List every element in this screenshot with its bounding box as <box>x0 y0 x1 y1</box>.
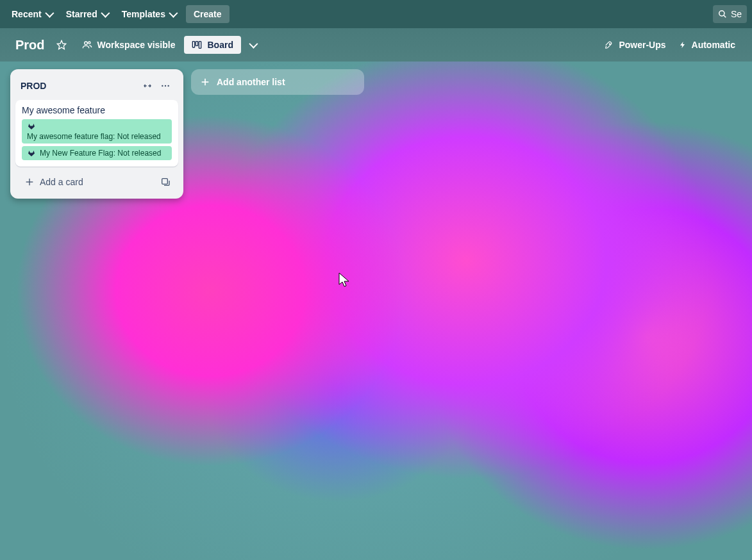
add-card-label: Add a card <box>40 177 83 187</box>
powerups-button[interactable]: Power-Ups <box>598 36 672 54</box>
search-box[interactable]: Se <box>713 5 747 23</box>
automation-button[interactable]: Automatic <box>673 36 742 54</box>
card-badges: My awesome feature flag: Not released My… <box>22 119 172 160</box>
svg-point-3 <box>84 42 87 45</box>
powerups-label: Power-Ups <box>619 40 665 50</box>
view-label: Board <box>207 40 233 50</box>
card-template-button[interactable] <box>156 173 174 191</box>
nav-recent-label: Recent <box>12 9 42 19</box>
view-switch-button[interactable]: Board <box>184 36 240 54</box>
star-icon <box>56 40 67 50</box>
chevron-down-icon <box>249 40 258 49</box>
board-bar: Prod Workspace visible Board Power-Ups A… <box>0 28 752 62</box>
nav-templates[interactable]: Templates <box>115 5 182 23</box>
svg-rect-14 <box>162 179 168 185</box>
svg-rect-6 <box>196 42 198 46</box>
star-button[interactable] <box>51 35 72 55</box>
people-icon <box>82 40 92 50</box>
add-card-button[interactable]: Add a card <box>19 173 153 191</box>
svg-marker-2 <box>57 40 65 49</box>
visibility-button[interactable]: Workspace visible <box>76 36 182 54</box>
list-menu-button[interactable] <box>156 77 174 95</box>
svg-point-4 <box>88 42 90 44</box>
nav-recent[interactable]: Recent <box>5 5 58 23</box>
svg-point-9 <box>162 85 163 86</box>
svg-point-10 <box>165 85 166 86</box>
lists-container: PROD My awesome feature <box>0 62 752 206</box>
card[interactable]: My awesome feature My awesome feature fl… <box>15 100 178 167</box>
chevron-down-icon <box>169 9 178 18</box>
automation-label: Automatic <box>692 40 735 50</box>
nav-starred-label: Starred <box>66 9 97 19</box>
nav-templates-label: Templates <box>122 9 165 19</box>
list-header: PROD <box>15 76 178 100</box>
svg-rect-5 <box>193 42 195 47</box>
svg-rect-7 <box>199 42 201 49</box>
svg-line-1 <box>724 15 726 17</box>
card-title: My awesome feature <box>22 105 172 115</box>
plus-icon <box>24 177 35 187</box>
add-list-label: Add another list <box>217 77 285 87</box>
board-title[interactable]: Prod <box>15 38 45 53</box>
board-canvas[interactable]: PROD My awesome feature <box>0 62 752 560</box>
template-icon <box>160 177 171 187</box>
gitlab-icon <box>27 122 36 131</box>
badge-text: My New Feature Flag: Not released <box>40 149 161 158</box>
top-nav-left: Recent Starred Templates Create <box>5 5 230 23</box>
add-list-button[interactable]: Add another list <box>191 69 364 95</box>
search-placeholder: Se <box>731 9 742 19</box>
badge-text: My awesome feature flag: Not released <box>27 132 161 141</box>
collapse-icon <box>142 81 153 91</box>
feature-flag-badge: My New Feature Flag: Not released <box>22 146 172 160</box>
top-nav: Recent Starred Templates Create Se <box>0 0 752 28</box>
chevron-down-icon <box>101 9 110 18</box>
gitlab-icon <box>27 149 36 158</box>
list-footer: Add a card <box>15 167 178 194</box>
svg-point-8 <box>610 44 610 44</box>
bolt-icon <box>679 40 687 50</box>
feature-flag-badge: My awesome feature flag: Not released <box>22 119 172 144</box>
nav-starred[interactable]: Starred <box>60 5 114 23</box>
list-title[interactable]: PROD <box>21 81 138 91</box>
list: PROD My awesome feature <box>10 69 183 199</box>
rocket-icon <box>605 40 614 49</box>
create-label: Create <box>194 9 222 19</box>
chevron-down-icon <box>45 9 54 18</box>
search-icon <box>718 10 727 19</box>
dots-icon <box>160 81 171 91</box>
create-button[interactable]: Create <box>186 5 230 23</box>
list-collapse-button[interactable] <box>138 77 156 95</box>
svg-point-0 <box>719 11 724 16</box>
view-dropdown-button[interactable] <box>242 35 263 55</box>
visibility-label: Workspace visible <box>97 40 176 50</box>
plus-icon <box>200 77 210 87</box>
svg-point-11 <box>167 85 169 86</box>
board-icon <box>192 40 202 50</box>
